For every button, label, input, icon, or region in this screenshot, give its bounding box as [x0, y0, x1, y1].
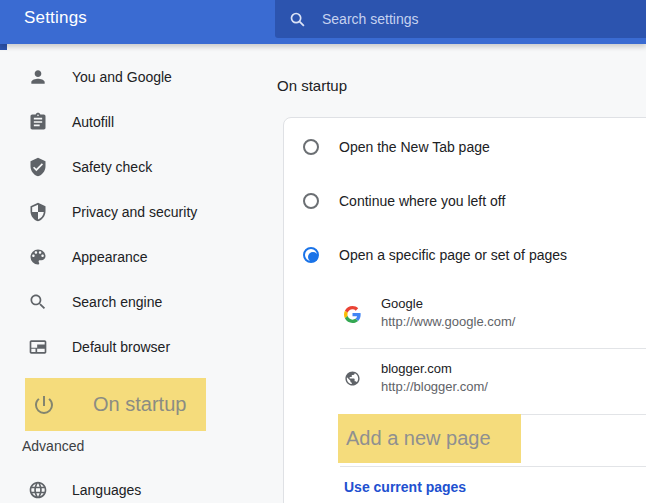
browser-window-icon — [28, 337, 48, 357]
option-open-specific-pages[interactable]: Open a specific page or set of pages — [284, 245, 646, 265]
sidebar-item-default-browser[interactable]: Default browser — [0, 325, 233, 369]
sidebar-item-label: Safety check — [72, 159, 152, 175]
sidebar-item-on-startup[interactable]: On startup — [25, 378, 206, 431]
startup-page-blogger[interactable]: blogger.com http://blogger.com/ — [381, 361, 488, 394]
radio-button-icon[interactable] — [303, 193, 319, 209]
globe-icon — [28, 480, 48, 500]
sidebar-item-label: You and Google — [72, 69, 172, 85]
page-entry-url: http://www.google.com/ — [381, 314, 515, 329]
sidebar-item-label: Search engine — [72, 294, 162, 310]
sidebar-section-advanced[interactable]: Advanced — [22, 438, 84, 454]
section-heading: On startup — [277, 77, 347, 94]
option-label: Open a specific page or set of pages — [339, 247, 567, 263]
sidebar-item-label: Autofill — [72, 114, 114, 130]
sidebar-item-label: Appearance — [72, 249, 148, 265]
sidebar-item-label: Languages — [72, 482, 141, 498]
startup-page-google[interactable]: Google http://www.google.com/ — [381, 296, 515, 329]
page-entry-title: blogger.com — [381, 361, 488, 376]
page-entry-url: http://blogger.com/ — [381, 379, 488, 394]
palette-icon — [28, 247, 48, 267]
sidebar-item-label: Privacy and security — [72, 204, 197, 220]
clipboard-icon — [28, 112, 48, 132]
divider — [340, 466, 646, 467]
shield-half-icon — [28, 202, 48, 222]
sidebar-item-label: On startup — [93, 393, 186, 416]
option-label: Continue where you left off — [339, 193, 505, 209]
page-title: Settings — [24, 8, 87, 28]
option-label: Open the New Tab page — [339, 139, 490, 155]
option-continue-where-left-off[interactable]: Continue where you left off — [284, 191, 646, 211]
sidebar-item-search-engine[interactable]: Search engine — [0, 280, 233, 324]
divider — [340, 348, 646, 349]
sidebar-item-label: Default browser — [72, 339, 170, 355]
sidebar: You and Google Autofill Safety check Pri… — [0, 44, 233, 503]
person-icon — [28, 67, 48, 87]
option-open-new-tab[interactable]: Open the New Tab page — [284, 137, 646, 157]
shield-check-icon — [28, 157, 48, 177]
power-icon — [32, 393, 56, 417]
add-new-page-button[interactable]: Add a new page — [338, 414, 521, 463]
sidebar-item-you-and-google[interactable]: You and Google — [0, 55, 233, 99]
sidebar-item-appearance[interactable]: Appearance — [0, 235, 233, 279]
add-new-page-label: Add a new page — [346, 427, 491, 450]
google-g-icon — [344, 306, 361, 323]
search-placeholder: Search settings — [322, 11, 419, 27]
sidebar-item-privacy-and-security[interactable]: Privacy and security — [0, 190, 233, 234]
header-bar: Settings Search settings — [0, 0, 646, 44]
globe-favicon-icon — [344, 370, 361, 387]
sidebar-item-safety-check[interactable]: Safety check — [0, 145, 233, 189]
sidebar-item-languages[interactable]: Languages — [0, 468, 233, 503]
search-input[interactable]: Search settings — [275, 0, 646, 38]
page-entry-title: Google — [381, 296, 515, 311]
radio-button-selected-icon[interactable] — [303, 247, 319, 263]
sidebar-item-autofill[interactable]: Autofill — [0, 100, 233, 144]
use-current-pages-button[interactable]: Use current pages — [344, 479, 466, 495]
radio-button-icon[interactable] — [303, 139, 319, 155]
search-icon — [289, 11, 306, 28]
on-startup-card: Open the New Tab page Continue where you… — [283, 117, 646, 503]
magnifier-icon — [28, 292, 48, 312]
